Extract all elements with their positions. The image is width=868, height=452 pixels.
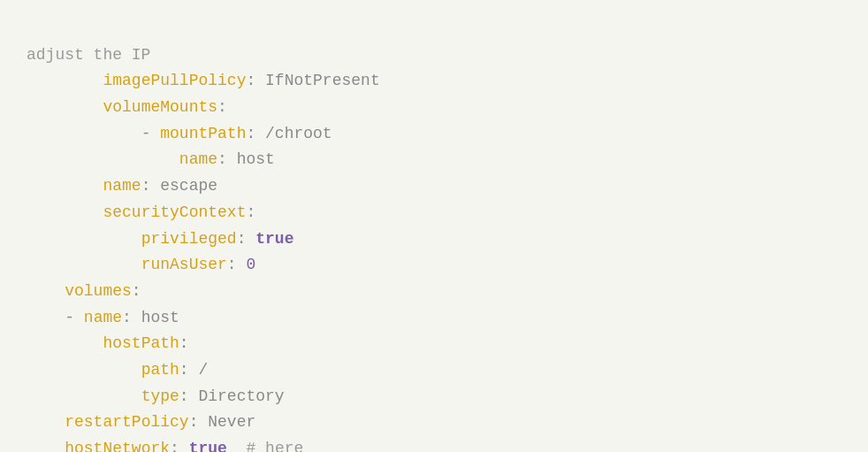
code-line: hostNetwork: true # here xyxy=(27,436,841,452)
code-token: name xyxy=(84,309,122,326)
code-token: : host xyxy=(217,150,275,168)
code-token: - xyxy=(141,125,161,142)
code-line: securityContext: xyxy=(27,200,841,226)
code-line: name: host xyxy=(27,147,841,173)
code-token: volumeMounts xyxy=(103,98,217,116)
indent xyxy=(27,361,141,379)
code-token: : xyxy=(217,98,227,116)
indent xyxy=(27,440,65,452)
code-token: adjust the IP xyxy=(27,46,150,64)
code-token: type xyxy=(141,387,179,405)
code-token: hostPath xyxy=(103,334,179,352)
code-line: runAsUser: 0 xyxy=(27,252,841,279)
code-token: volumes xyxy=(65,282,132,300)
indent xyxy=(27,334,103,352)
code-line: adjust the IP xyxy=(27,42,841,69)
indent xyxy=(27,282,65,300)
indent xyxy=(27,125,141,142)
code-token: : xyxy=(227,256,247,273)
code-token: : /chroot xyxy=(246,125,331,142)
indent xyxy=(27,413,65,431)
indent xyxy=(27,309,65,326)
code-token: : xyxy=(132,282,141,300)
code-token: path xyxy=(141,361,179,379)
code-line: path: / xyxy=(27,357,841,384)
code-token: name xyxy=(179,150,217,168)
code-token: : xyxy=(170,440,189,452)
code-token: : escape xyxy=(141,177,217,195)
code-token: # here xyxy=(227,440,303,452)
code-token: true xyxy=(255,230,293,248)
code-line: name: escape xyxy=(27,173,841,200)
indent xyxy=(27,177,103,195)
code-token: runAsUser xyxy=(141,256,227,273)
code-token: imagePullPolicy xyxy=(103,72,246,89)
code-line: - name: host xyxy=(27,305,841,332)
indent xyxy=(27,98,103,116)
code-line: volumeMounts: xyxy=(27,95,841,121)
indent xyxy=(27,230,141,248)
indent xyxy=(27,387,141,405)
code-line: hostPath: xyxy=(27,331,841,357)
code-token: : xyxy=(179,334,189,352)
code-line: volumes: xyxy=(27,279,841,305)
code-token: : xyxy=(237,230,256,248)
indent xyxy=(27,150,179,168)
code-line: privileged: true xyxy=(27,226,841,253)
indent xyxy=(27,72,103,89)
code-token: : xyxy=(246,203,255,221)
code-token: restartPolicy xyxy=(65,413,188,431)
indent xyxy=(27,256,141,273)
code-token: : Never xyxy=(189,413,256,431)
code-token: - xyxy=(65,309,84,326)
indent xyxy=(27,203,103,221)
code-line: restartPolicy: Never xyxy=(27,410,841,436)
code-token: : host xyxy=(122,309,179,326)
code-token: privileged xyxy=(141,230,237,248)
code-token: mountPath xyxy=(160,125,246,142)
code-token: name xyxy=(103,177,141,195)
code-token: : Directory xyxy=(179,387,285,405)
code-token: : IfNotPresent xyxy=(246,72,379,89)
code-token: securityContext xyxy=(103,203,246,221)
code-line: - mountPath: /chroot xyxy=(27,121,841,148)
code-line: type: Directory xyxy=(27,384,841,410)
code-token: 0 xyxy=(246,256,255,273)
code-editor: adjust the IP imagePullPolicy: IfNotPres… xyxy=(27,16,841,452)
code-line: imagePullPolicy: IfNotPresent xyxy=(27,68,841,95)
code-token: hostNetwork xyxy=(65,440,170,452)
code-token: : / xyxy=(179,361,208,379)
code-token: true xyxy=(189,440,227,452)
